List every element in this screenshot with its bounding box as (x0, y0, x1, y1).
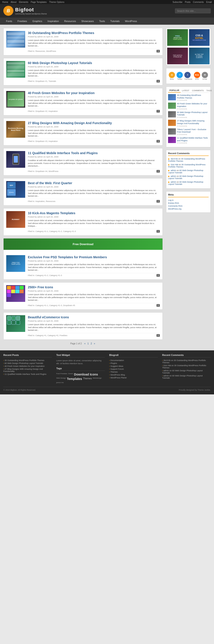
post-body: 2500+ Free Icons Posted by admin on Apri… (28, 285, 160, 307)
nav-inspiration[interactable]: Inspiration (45, 18, 62, 25)
commenter-link[interactable]: admin (171, 181, 176, 183)
nav-posts[interactable]: Posts (185, 1, 190, 3)
post-meta: Posted by admin on April 25, 2009 (28, 260, 160, 262)
nav-fonts[interactable]: Fonts (3, 18, 15, 25)
twitter-icon[interactable]: T (177, 72, 183, 78)
post-title[interactable]: 10 Kick-Ass Magento Templates (28, 211, 160, 215)
post-item-exclusive: Free Download FREE PSDTEMPLATES Exclusiv… (3, 238, 163, 280)
post-title[interactable]: Exclusive Free PSD Templates for Premium… (28, 255, 160, 259)
social-facebook[interactable]: f Facebook (184, 72, 192, 80)
rss-icon[interactable]: RSS (194, 72, 200, 78)
post-title[interactable]: 60 Web Design Photoshop Layout Tutorials (28, 61, 160, 65)
top-nav-right: Subscribe Posts Comments Email (171, 1, 212, 3)
post-title[interactable]: 40 Fresh Green Websites for your Inspira… (28, 91, 160, 95)
meta-widget: Meta Log in Entries RSS Comments RSS Wor… (166, 191, 211, 213)
post-title[interactable]: 27 Blog Designs With Amazing Design And … (28, 121, 160, 125)
popular-item-title[interactable]: 30 Outstanding WordPress Portfolio Theme… (177, 94, 209, 99)
popular-item-title[interactable]: 11 Qualified Mobile Interface Tools and … (177, 137, 209, 142)
nav-tutorials[interactable]: Tutorials (108, 18, 122, 25)
social-email[interactable]: ✉ Email (202, 72, 208, 80)
sidebar: FREE WEBSITES TEMPLATES CSS & XHTML W3-M… (166, 28, 211, 347)
nav-comments-link[interactable]: Comments (193, 1, 204, 3)
buzz-icon[interactable]: B (169, 72, 175, 78)
tag-item[interactable]: Download (74, 372, 89, 376)
tab-comments[interactable]: COMMENTS (191, 88, 205, 92)
nav-wordpress[interactable]: WordPress (122, 18, 140, 25)
social-icons: B Buzz T Twitter f Facebook RSS RSS ✉ (168, 70, 209, 82)
post-body: 11 Qualified Mobile Interface Tools and … (28, 151, 160, 172)
post-title[interactable]: Best of the Web: First Quarter (28, 181, 160, 185)
nav-subscribe[interactable]: Subscribe (173, 1, 182, 3)
popular-item-title[interactable]: 27 Blog Designs With Amazing Design And … (177, 120, 209, 125)
nav-page-templates[interactable]: Page Templates (31, 1, 47, 3)
tag-item[interactable]: Webdesign (93, 377, 102, 380)
post-item: 60 Web Design Photoshop Layout Tutorials… (3, 58, 163, 86)
tab-popular[interactable]: POPULAR (168, 88, 181, 92)
footer-comment-item: admin on 60 Web Design Photoshop Layout … (162, 370, 211, 374)
facebook-icon[interactable]: f (184, 72, 191, 78)
tag-item[interactable]: Green (68, 372, 73, 376)
post-meta: Posted by admin on April 25, 2009 (28, 156, 160, 158)
nav-home[interactable]: Home (2, 1, 8, 3)
tag-item[interactable]: Font Freebies (56, 372, 67, 376)
social-twitter[interactable]: T Twitter (177, 72, 183, 80)
popular-item-title[interactable]: 40 Fresh Green Websites for your Inspira… (177, 102, 209, 108)
pagination-next[interactable]: » (94, 342, 95, 345)
social-rss[interactable]: RSS RSS (194, 72, 200, 80)
tag-item[interactable]: Themes (83, 377, 92, 380)
post-title[interactable]: 11 Qualified Mobile Interface Tools and … (28, 151, 160, 155)
nav-tools[interactable]: Tools (96, 18, 108, 25)
popular-item-title[interactable]: 60 Web Design Photoshop Layout Tutorials (177, 111, 209, 116)
ad-html-css[interactable]: TOP-NOTCHHTML&CSS (167, 48, 188, 64)
search-input[interactable] (175, 8, 211, 13)
post-footer: Filed in: Dropdown #4, WordPress 2 (28, 169, 160, 172)
meta-login[interactable]: Log in (168, 199, 209, 201)
post-title[interactable]: 2500+ Free Icons (28, 285, 160, 289)
post-title[interactable]: Beautiful eCommerce Icons (28, 315, 160, 319)
nav-about[interactable]: About (11, 1, 17, 3)
post-meta: Posted by admin on April 25, 2009 (28, 36, 160, 38)
post-meta: Posted by admin on April 25, 2009 (28, 186, 160, 188)
nav-email[interactable]: Email (206, 1, 212, 3)
meta-comments-rss[interactable]: Comments RSS (168, 205, 209, 207)
email-icon[interactable]: ✉ (202, 72, 208, 78)
tag-item[interactable]: Templates (67, 377, 82, 380)
post-body: 27 Blog Designs With Amazing Design And … (28, 121, 160, 142)
nav-elements[interactable]: Elements (19, 1, 28, 3)
tab-tags[interactable]: TAGS (205, 88, 213, 92)
social-buzz[interactable]: B Buzz (169, 72, 175, 80)
post-title[interactable]: 30 Outstanding WordPress Portfolio Theme… (28, 31, 160, 35)
ad-free-websites[interactable]: FREE WEBSITES TEMPLATES (167, 29, 188, 46)
pagination-prev[interactable]: « (84, 342, 86, 345)
tag-item[interactable]: purus ms (56, 382, 64, 384)
nav-freebies[interactable]: Freebies (15, 18, 30, 25)
pagination: Page 1 of 2 « 1 2 » (3, 342, 163, 345)
commenter-link[interactable]: Gün Hät (171, 164, 178, 166)
tag-item[interactable]: Web Design (56, 377, 66, 380)
ad-css-xhtml[interactable]: CSS & XHTML W3-MARKUP.COM (189, 29, 210, 46)
commenter-link[interactable]: SkAYnb (171, 158, 178, 160)
meta-wordpress-org[interactable]: WordPress.org (168, 208, 209, 210)
pagination-page-2[interactable]: 2 (91, 342, 92, 345)
commenter-link[interactable]: admin (171, 175, 176, 177)
popular-thumb (168, 128, 176, 134)
post-filed: Filed in: Dropdown #3, Inspiration (28, 140, 58, 142)
post-excerpt: Lorem ipsum dolor sit amet, consectetur … (28, 99, 160, 108)
ad-email-clients[interactable]: IN THE TOP15 EMAILCLIENTS (189, 48, 210, 64)
nav-graphics[interactable]: Graphics (30, 18, 45, 25)
site-tagline: community based wordpress theme (15, 13, 47, 15)
tab-latest[interactable]: LATEST (181, 88, 191, 92)
nav-showcases[interactable]: Showcases (79, 18, 96, 25)
post-excerpt: Lorem ipsum dolor sit amet, consectetur … (28, 263, 160, 272)
nav-theme-options[interactable]: Theme Options (49, 1, 64, 3)
popular-item-title[interactable]: Titleov 'Laurent' Font – Exclusive Free … (177, 128, 209, 134)
tag-item[interactable]: Icons (90, 372, 98, 376)
social-icons-widget: B Buzz T Twitter f Facebook RSS RSS ✉ (166, 68, 211, 84)
pagination-page-1[interactable]: 1 (87, 342, 89, 345)
meta-entries-rss[interactable]: Entries RSS (168, 202, 209, 204)
site-logo[interactable]: B Bigfoot community based wordpress them… (3, 6, 47, 16)
footer-blogroll-title: Blogroll (109, 354, 158, 358)
post-item: ajax jQuery Blog Best of the Web: First … (3, 178, 163, 206)
commenter-link[interactable]: admin (171, 169, 176, 172)
nav-resources[interactable]: Resources (62, 18, 79, 25)
